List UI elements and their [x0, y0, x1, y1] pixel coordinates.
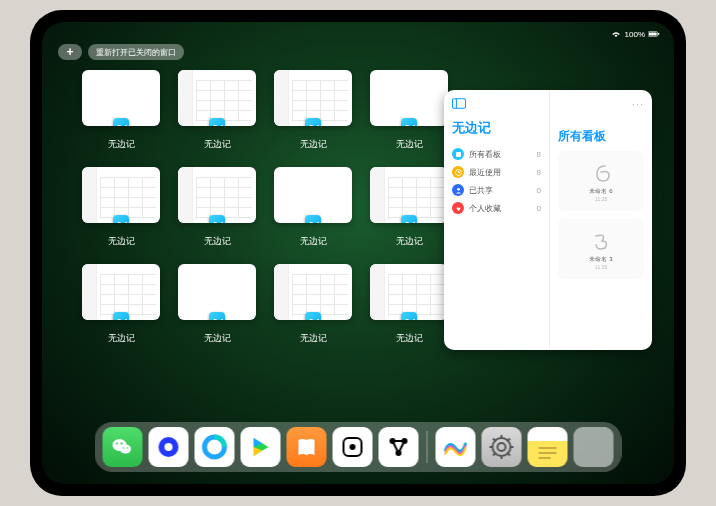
dock [95, 422, 622, 472]
dock-app-books[interactable] [287, 427, 327, 467]
window-thumbnail [370, 167, 448, 223]
window-label: 无边记 [300, 235, 327, 248]
gear-icon [489, 434, 515, 460]
dock-app-play-video[interactable] [241, 427, 281, 467]
window-thumbnail [370, 70, 448, 126]
switcher-window[interactable]: 无边记 [80, 70, 162, 151]
svg-rect-3 [452, 99, 465, 109]
svg-line-30 [507, 439, 510, 442]
dock-app-graph[interactable] [379, 427, 419, 467]
svg-line-29 [507, 453, 510, 456]
freeform-app-icon [209, 118, 225, 126]
category-label: 已共享 [469, 185, 537, 196]
switcher-window[interactable]: 无边记 [272, 264, 354, 345]
category-label: 所有看板 [469, 149, 537, 160]
more-icon[interactable]: ··· [558, 98, 644, 110]
freeform-app-icon [209, 215, 225, 223]
switcher-window[interactable]: 无边记 [272, 167, 354, 248]
clock-icon [452, 166, 464, 178]
window-thumbnail [274, 167, 352, 223]
freeform-icon [443, 434, 469, 460]
window-label: 无边记 [204, 138, 231, 151]
window-thumbnail [82, 167, 160, 223]
window-thumbnail [82, 70, 160, 126]
books-icon [295, 435, 319, 459]
category-row-square[interactable]: 所有看板8 [452, 145, 541, 163]
window-label: 无边记 [108, 235, 135, 248]
category-row-clock[interactable]: 最近使用8 [452, 163, 541, 181]
window-label: 无边记 [108, 332, 135, 345]
board-name: 未命名 3 [589, 255, 612, 264]
category-count: 8 [537, 168, 541, 177]
dock-app-qq-browser[interactable] [195, 427, 235, 467]
add-window-button[interactable]: + [58, 44, 82, 60]
freeform-app-icon [113, 215, 129, 223]
ipad-frame: 100% + 重新打开已关闭的窗口 无边记无边记无边记无边记无边记无边记无边记无… [30, 10, 686, 496]
window-thumbnail [82, 264, 160, 320]
dock-app-settings[interactable] [482, 427, 522, 467]
panel-subtitle: 所有看板 [558, 128, 644, 145]
board-card[interactable]: 未命名 611:25 [558, 151, 644, 211]
board-card[interactable]: 未命名 311:25 [558, 219, 644, 279]
category-count: 0 [537, 204, 541, 213]
battery-icon [648, 30, 660, 38]
window-thumbnail [178, 70, 256, 126]
freeform-app-icon [209, 312, 225, 320]
dock-app-quark[interactable] [149, 427, 189, 467]
freeform-app-icon [113, 312, 129, 320]
reopen-closed-window-button[interactable]: 重新打开已关闭的窗口 [88, 44, 184, 60]
window-label: 无边记 [300, 332, 327, 345]
category-label: 个人收藏 [469, 203, 537, 214]
svg-point-18 [350, 444, 356, 450]
sidebar-icon[interactable] [452, 98, 466, 109]
freeform-app-icon [401, 312, 417, 320]
category-label: 最近使用 [469, 167, 537, 178]
window-label: 无边记 [108, 138, 135, 151]
switcher-window[interactable]: 无边记 [368, 264, 450, 345]
svg-rect-2 [658, 33, 659, 35]
board-meta: 11:25 [595, 196, 608, 202]
svg-point-13 [127, 447, 129, 449]
window-label: 无边记 [204, 332, 231, 345]
plus-icon: + [66, 45, 73, 59]
dock-recent-apps[interactable] [574, 427, 614, 467]
dock-app-dice[interactable] [333, 427, 373, 467]
switcher-window[interactable]: 无边记 [368, 70, 450, 151]
dock-app-wechat[interactable] [103, 427, 143, 467]
window-thumbnail [178, 264, 256, 320]
window-label: 无边记 [396, 332, 423, 345]
freeform-app-icon [113, 118, 129, 126]
switcher-window[interactable]: 无边记 [80, 264, 162, 345]
graph-icon [387, 435, 411, 459]
window-thumbnail [370, 264, 448, 320]
svg-point-15 [165, 443, 173, 451]
screen: 100% + 重新打开已关闭的窗口 无边记无边记无边记无边记无边记无边记无边记无… [42, 22, 674, 484]
switcher-window[interactable]: 无边记 [80, 167, 162, 248]
svg-point-9 [120, 445, 131, 454]
window-thumbnail [274, 70, 352, 126]
switcher-window[interactable]: 无边记 [368, 167, 450, 248]
board-doodle [587, 161, 615, 185]
switcher-window[interactable]: 无边记 [176, 70, 258, 151]
wifi-icon [610, 30, 622, 38]
quark-icon [156, 434, 182, 460]
svg-rect-5 [456, 152, 461, 157]
svg-line-31 [493, 453, 496, 456]
switcher-window[interactable]: 无边记 [272, 70, 354, 151]
dock-app-freeform[interactable] [436, 427, 476, 467]
freeform-app-icon [401, 118, 417, 126]
switcher-window[interactable]: 无边记 [176, 264, 258, 345]
category-row-person[interactable]: 已共享0 [452, 181, 541, 199]
freeform-app-icon [305, 118, 321, 126]
switcher-window[interactable]: 无边记 [176, 167, 258, 248]
app-switcher-grid: 无边记无边记无边记无边记无边记无边记无边记无边记无边记无边记无边记无边记 [80, 70, 450, 345]
play-icon [249, 435, 273, 459]
category-row-heart[interactable]: 个人收藏0 [452, 199, 541, 217]
dock-app-notes[interactable] [528, 427, 568, 467]
wechat-icon [111, 435, 135, 459]
dice-icon [341, 435, 365, 459]
freeform-panel[interactable]: 无边记 所有看板8最近使用8已共享0个人收藏0 ··· 所有看板 未命名 611… [444, 90, 652, 350]
board-meta: 11:25 [595, 264, 608, 270]
board-name: 未命名 6 [589, 187, 612, 196]
window-thumbnail [178, 167, 256, 223]
